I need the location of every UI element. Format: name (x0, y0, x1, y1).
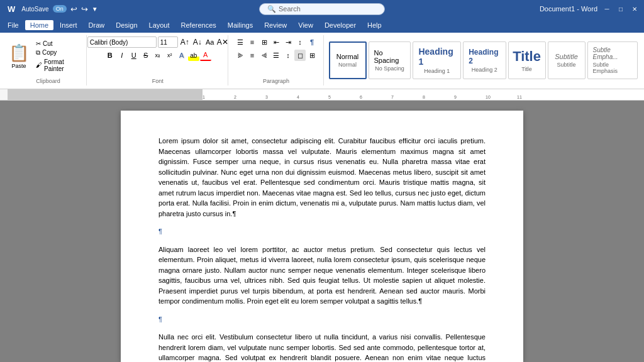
style-title-text: Title (513, 48, 541, 65)
format-painter-button[interactable]: 🖌 Format Painter (34, 58, 82, 73)
text-highlight-button[interactable]: ab (188, 50, 199, 61)
numbering-button[interactable]: ≡ (247, 36, 258, 48)
sort-button[interactable]: ↕ (294, 36, 306, 48)
paste-label: Paste (11, 63, 26, 69)
style-heading2-button[interactable]: Heading 2 Heading 2 (463, 41, 506, 79)
superscript-button[interactable]: x² (164, 50, 175, 61)
cut-icon: ✂ (36, 40, 41, 47)
multilevel-list-button[interactable]: ⊞ (258, 36, 270, 48)
borders-button[interactable]: ⊞ (306, 50, 318, 61)
doc-title: Document1 - Word (540, 5, 597, 13)
align-right-button[interactable]: ⫷ (258, 50, 270, 61)
clipboard-group: 📋 Paste ✂ Cut ⧉ Copy 🖌 Format Painter Cl… (3, 35, 87, 85)
menu-layout[interactable]: Layout (144, 20, 175, 30)
menu-references[interactable]: References (176, 20, 221, 30)
close-btn[interactable]: ✕ (630, 4, 639, 13)
title-bar-right: Document1 - Word ─ □ ✕ (540, 4, 639, 13)
show-formatting-button[interactable]: ¶ (306, 36, 318, 48)
style-subtitle-label: Subtitle (557, 62, 576, 68)
menu-mailings[interactable]: Mailings (223, 20, 258, 30)
paragraph-5-text: Nulla nec orci elit. Vestibulum consecte… (158, 333, 486, 362)
menu-review[interactable]: Review (259, 20, 292, 30)
autosave-toggle[interactable]: On (53, 5, 67, 13)
paragraph-label: Paragraph (230, 78, 323, 84)
clipboard-small-buttons: ✂ Cut ⧉ Copy 🖌 Format Painter (34, 40, 82, 73)
line-spacing-button[interactable]: ↕ (282, 50, 294, 61)
font-color-button[interactable]: A (200, 50, 211, 61)
underline-button[interactable]: U (128, 50, 140, 61)
autosave-label: AutoSave (21, 6, 48, 13)
style-no-spacing-label: No Spacing (375, 65, 404, 72)
clear-formatting-button[interactable]: A✕ (217, 36, 228, 48)
paragraph-4-pilcrow: ¶ (158, 315, 162, 323)
paragraph-2-pilcrow: ¶ (158, 228, 162, 235)
paste-button[interactable]: 📋 Paste (6, 42, 31, 70)
italic-button[interactable]: I (116, 50, 128, 61)
style-title-button[interactable]: Title Title (508, 41, 546, 79)
paragraph-4[interactable]: ¶ (158, 314, 486, 325)
ribbon: 📋 Paste ✂ Cut ⧉ Copy 🖌 Format Painter Cl… (0, 33, 644, 89)
menu-draw[interactable]: Draw (84, 20, 110, 30)
paragraph-3[interactable]: Aliquam laoreet leo vel lorem porttitor,… (158, 244, 486, 307)
increase-indent-button[interactable]: ⇥ (282, 36, 294, 48)
style-subtle-emphasis-label: Subtle Emphasis (593, 62, 632, 74)
style-no-spacing-text: No Spacing (374, 49, 406, 64)
cut-button[interactable]: ✂ Cut (34, 40, 82, 48)
change-case-button[interactable]: Aa (204, 36, 216, 48)
cut-label: Cut (43, 40, 53, 47)
bullets-button[interactable]: ☰ (235, 36, 246, 48)
style-subtle-emphasis-button[interactable]: Subtle Empha... Subtle Emphasis (587, 41, 638, 79)
font-name-input[interactable] (87, 36, 157, 48)
style-heading1-button[interactable]: Heading 1 Heading 1 (413, 41, 461, 79)
title-bar-left: W AutoSave On ↩ ↪ ▼ (5, 4, 98, 14)
font-shrink-button[interactable]: A↓ (192, 36, 203, 48)
page[interactable]: Lorem ipsum dolor sit amet, consectetur … (121, 111, 523, 362)
justify-button[interactable]: ☰ (270, 50, 282, 61)
search-placeholder: Search (279, 5, 301, 13)
document-area[interactable]: Lorem ipsum dolor sit amet, consectetur … (0, 101, 644, 362)
paragraph-2[interactable]: ¶ (158, 226, 486, 237)
redo-icon[interactable]: ↪ (81, 4, 88, 14)
font-label: Font (88, 78, 228, 84)
align-center-button[interactable]: ≡ (247, 50, 258, 61)
shading-button[interactable]: ◻ (294, 50, 306, 61)
align-left-button[interactable]: ⫸ (235, 50, 246, 61)
style-heading1-text: Heading 1 (418, 47, 455, 67)
decrease-indent-button[interactable]: ⇤ (270, 36, 282, 48)
menu-design[interactable]: Design (111, 20, 142, 30)
search-icon: 🔍 (267, 5, 276, 13)
style-normal-button[interactable]: Normal Normal (329, 41, 367, 79)
style-subtitle-button[interactable]: Subtitle Subtitle (548, 41, 586, 79)
menu-view[interactable]: View (293, 20, 318, 30)
search-box[interactable]: 🔍 Search (259, 3, 385, 15)
style-normal-label: Normal (338, 62, 357, 68)
menu-help[interactable]: Help (362, 20, 387, 30)
format-painter-label: Format Painter (44, 58, 80, 72)
menu-developer[interactable]: Developer (319, 20, 361, 30)
word-logo: W (5, 4, 18, 14)
style-subtle-emphasis-text: Subtle Empha... (593, 47, 632, 60)
paragraph-5[interactable]: Nulla nec orci elit. Vestibulum consecte… (158, 332, 486, 362)
paragraph-1[interactable]: Lorem ipsum dolor sit amet, consectetur … (158, 136, 486, 219)
font-size-input[interactable] (158, 36, 178, 48)
undo-icon[interactable]: ↩ (70, 4, 77, 14)
paragraph-3-text: Aliquam laoreet leo vel lorem porttitor,… (158, 246, 486, 305)
menu-home[interactable]: Home (25, 20, 53, 30)
bold-button[interactable]: B (104, 50, 116, 61)
copy-button[interactable]: ⧉ Copy (34, 48, 82, 57)
maximize-btn[interactable]: □ (616, 4, 625, 13)
text-effects-button[interactable]: A (176, 50, 187, 61)
style-normal-text: Normal (336, 53, 358, 60)
style-heading2-label: Heading 2 (472, 67, 497, 73)
style-title-label: Title (521, 66, 532, 72)
font-grow-button[interactable]: A↑ (179, 36, 191, 48)
strikethrough-button[interactable]: S (140, 50, 152, 61)
subscript-button[interactable]: x₂ (152, 50, 164, 61)
clipboard-label: Clipboard (6, 78, 90, 84)
minimize-btn[interactable]: ─ (602, 4, 611, 13)
menu-file[interactable]: File (3, 20, 24, 30)
ruler: 1 2 3 4 5 6 7 8 9 10 11 (0, 89, 644, 101)
menu-insert[interactable]: Insert (55, 20, 82, 30)
quick-access-more[interactable]: ▼ (92, 6, 98, 13)
style-no-spacing-button[interactable]: No Spacing No Spacing (369, 41, 411, 79)
